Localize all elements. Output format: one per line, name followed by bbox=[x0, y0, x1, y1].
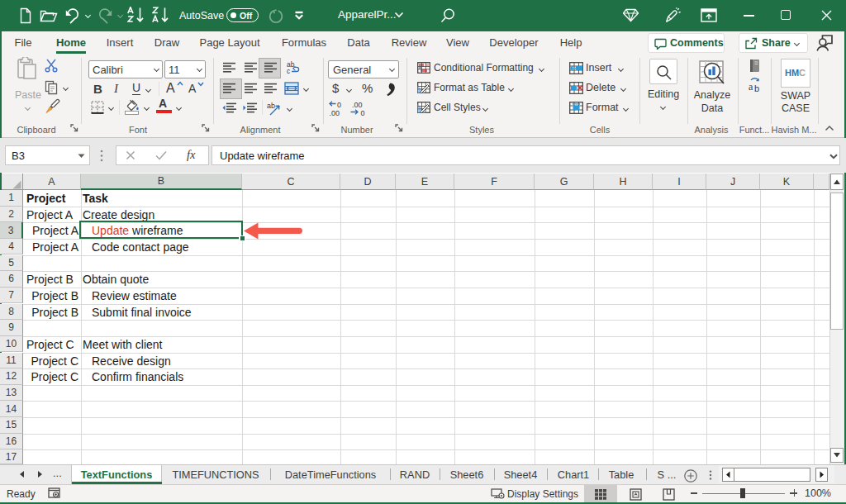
svg-text:.00: .00 bbox=[330, 109, 340, 116]
svg-text:0: 0 bbox=[361, 109, 365, 116]
svg-text:b: b bbox=[754, 83, 759, 93]
svg-text:a: a bbox=[749, 81, 753, 93]
svg-text:0: 0 bbox=[337, 101, 341, 109]
svg-text:.00: .00 bbox=[352, 101, 363, 109]
svg-text:ab: ab bbox=[267, 102, 275, 110]
